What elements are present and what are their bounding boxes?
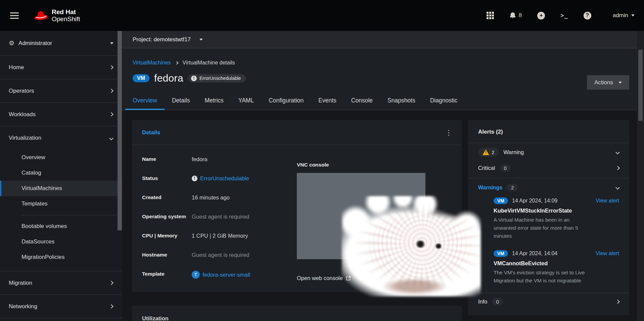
exclamation-circle-icon: ! [191, 76, 197, 81]
chevron-down-icon [110, 42, 113, 44]
chevron-right-icon [109, 281, 113, 285]
actions-button[interactable]: Actions [587, 75, 629, 90]
view-alert-link[interactable]: View alert [596, 198, 619, 204]
breadcrumb-link-virtualmachines[interactable]: VirtualMachines [133, 60, 171, 66]
sidebar-item-label: Migration [9, 280, 32, 286]
kebab-menu-icon[interactable]: ⋮ [445, 130, 452, 135]
chevron-right-icon [109, 304, 113, 309]
tab-overview[interactable]: Overview [125, 93, 165, 110]
chevron-down-icon [615, 185, 620, 190]
user-menu-label: admin [613, 12, 628, 19]
bell-icon [509, 12, 516, 19]
nav-toggle-icon[interactable] [10, 12, 19, 19]
masthead: Red Hat OpenShift 8 + >_ ? admin [0, 0, 644, 31]
gear-icon: ⚙ [9, 39, 14, 47]
page-title: fedora [154, 73, 183, 84]
page-header: VirtualMachines VirtualMachine details V… [122, 48, 644, 110]
view-alert-link[interactable]: View alert [596, 250, 619, 257]
open-web-console-label: Open web console [297, 275, 343, 281]
tab-yaml[interactable]: YAML [231, 93, 261, 110]
overview-content: Details ⋮ Name fedora Status ! ErrorUnsc… [122, 110, 644, 315]
detail-label: Name [142, 156, 192, 163]
detail-label: Status [142, 175, 192, 182]
sidebar-item-label: Virtualization [9, 135, 41, 141]
status-badge: ! ErrorUnschedulable [188, 74, 246, 83]
alerts-card: Alerts (2) ! 2 Warning Critical 0 Warnin… [468, 120, 629, 315]
project-selector[interactable]: Project: demotestwtf17 [122, 31, 644, 48]
project-label: Project: [133, 36, 152, 43]
sidebar-item-templates[interactable]: Templates [0, 196, 122, 212]
alerts-warnings-group-row[interactable]: Warnings 2 [468, 178, 629, 192]
chevron-down-icon [109, 136, 113, 140]
tab-console[interactable]: Console [344, 93, 380, 110]
sidebar-item-operators[interactable]: Operators [0, 79, 122, 103]
sidebar-item-virt-overview[interactable]: Overview [0, 150, 122, 165]
notifications-control[interactable]: 8 [509, 12, 522, 19]
web-terminal-icon[interactable]: >_ [560, 12, 568, 19]
tab-metrics[interactable]: Metrics [197, 93, 231, 110]
tab-diagnostic[interactable]: Diagnostic [423, 93, 465, 110]
tab-events[interactable]: Events [311, 93, 344, 110]
critical-label: Critical [478, 165, 495, 171]
perspective-switcher[interactable]: ⚙ Administrator [0, 31, 122, 56]
utilization-title: Utilization [142, 315, 452, 321]
sidebar-item-label: Networking [9, 303, 37, 310]
sidebar-item-workloads[interactable]: Workloads [0, 103, 122, 126]
actions-label: Actions [594, 79, 613, 86]
sidebar-item-label: Home [9, 64, 24, 71]
chevron-down-icon [199, 39, 203, 41]
bang-glyph: ! [482, 150, 489, 154]
quick-create-icon[interactable]: + [537, 12, 545, 19]
sidebar-item-label: VirtualMachines [21, 185, 62, 192]
template-badge: T [192, 271, 200, 279]
tab-details[interactable]: Details [165, 93, 197, 110]
sidebar-item-virtualization[interactable]: Virtualization [0, 126, 122, 150]
sidebar-item-virtualmachines[interactable]: VirtualMachines [0, 181, 122, 196]
masthead-toolbar: 8 + >_ ? admin [487, 12, 635, 19]
template-link[interactable]: fedora-server-small [202, 271, 250, 278]
alerts-info-row[interactable]: Info 0 [468, 293, 629, 306]
sidebar-item-migrationpolicies[interactable]: MigrationPolicies [0, 249, 122, 265]
warning-count-pill: ! 2 [478, 148, 499, 157]
sidebar-item-migration[interactable]: Migration [0, 271, 122, 295]
title-row: VM fedora ! ErrorUnschedulable [122, 66, 644, 84]
vnc-console-preview [297, 173, 425, 259]
vnc-console-label: VNC console [297, 162, 329, 168]
sidebar-item-bootable-volumes[interactable]: Bootable volumes [0, 219, 122, 234]
chevron-down-icon [631, 14, 635, 16]
alerts-critical-row[interactable]: Critical 0 [468, 157, 629, 178]
sidebar-item-networking[interactable]: Networking [0, 295, 122, 318]
alert-title: VMCannotBeEvicted [494, 260, 619, 267]
app-launcher-icon[interactable] [487, 12, 494, 19]
sidebar: ⚙ Administrator Home Operators Workloads… [0, 31, 122, 321]
sidebar-item-label: Templates [21, 200, 47, 207]
sidebar-item-home[interactable]: Home [0, 56, 122, 79]
sidebar-item-label: MigrationPolicies [21, 254, 65, 261]
breadcrumb: VirtualMachines VirtualMachine details [122, 48, 644, 66]
main-content: Project: demotestwtf17 VirtualMachines V… [122, 31, 644, 321]
sidebar-item-datasources[interactable]: DataSources [0, 234, 122, 249]
tab-configuration[interactable]: Configuration [261, 93, 311, 110]
page-scrollbar[interactable] [637, 31, 644, 321]
alerts-warning-summary-row[interactable]: ! 2 Warning [468, 143, 629, 157]
status-link[interactable]: ErrorUnschedulable [200, 175, 249, 182]
warning-label: Warning [503, 149, 524, 155]
sidebar-item-label: Catalog [21, 170, 41, 176]
sidebar-item-catalog[interactable]: Catalog [0, 165, 122, 181]
detail-value: 1 CPU | 2 GiB Memory [192, 232, 248, 239]
details-card-title[interactable]: Details [142, 129, 160, 136]
open-web-console-link[interactable]: Open web console [297, 275, 351, 281]
tab-snapshots[interactable]: Snapshots [380, 93, 423, 110]
chevron-right-icon [615, 166, 620, 170]
details-card: Details ⋮ Name fedora Status ! ErrorUnsc… [132, 120, 462, 292]
redhat-fedora-icon [33, 9, 49, 21]
warnings-count: 2 [507, 184, 518, 191]
chevron-down-icon [615, 150, 620, 154]
page-scrollbar-thumb[interactable] [638, 50, 643, 121]
help-icon[interactable]: ? [584, 12, 591, 19]
alert-item: ! VM 14 Apr 2024, 14:04 View alert VMCan… [468, 245, 629, 285]
alert-timestamp: 14 Apr 2024, 14:09 [512, 198, 557, 204]
user-menu[interactable]: admin [613, 12, 635, 19]
sidebar-scrollbar[interactable] [118, 31, 122, 230]
detail-label: Created [142, 194, 192, 201]
